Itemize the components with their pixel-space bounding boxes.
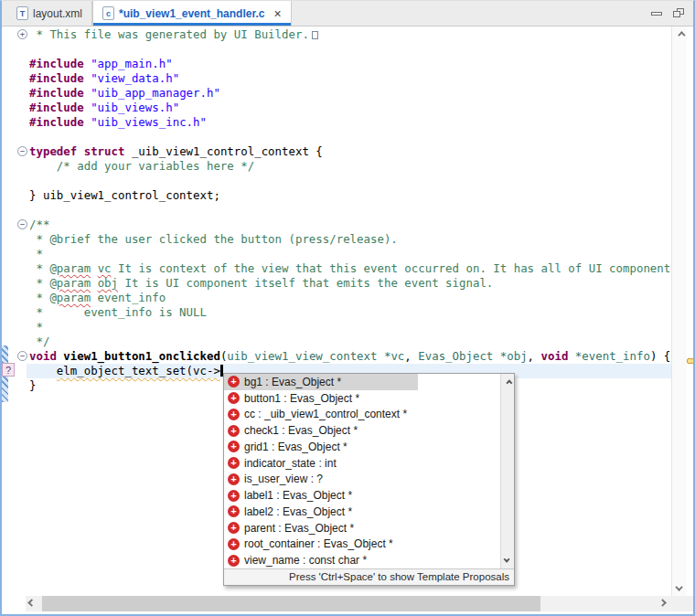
code-line[interactable]: * This file was generated by UI Builder. [29,27,671,42]
autocomplete-item[interactable]: +parent : Evas_Object * [224,520,514,536]
fold-collapse-icon[interactable]: − [17,219,27,229]
autocomplete-item[interactable]: +button1 : Evas_Object * [224,390,514,407]
code-line[interactable]: * [29,320,671,335]
code-line[interactable]: * @brief the user clicked the button (pr… [29,232,671,247]
code-line[interactable] [29,174,671,188]
scroll-left-button[interactable] [26,596,40,611]
scroll-up-button[interactable] [672,27,688,41]
autocomplete-item-label: bg1 : Evas_Object * [244,376,341,388]
autocomplete-item-label: button1 : Evas_Object * [244,392,359,405]
code-line[interactable]: typedef struct _uib_view1_control_contex… [29,144,671,159]
autocomplete-item[interactable]: +grid1 : Evas_Object * [224,439,514,455]
code-line[interactable]: #include "uib_views.h" [29,101,671,115]
chevron-right-icon [658,599,666,606]
autocomplete-hint: Press 'Ctrl+Space' to show Template Prop… [224,568,514,585]
code-line[interactable]: #include "uib_app_manager.h" [29,86,671,101]
tab-label: layout.xml [33,7,82,20]
popup-scroll-up-button[interactable] [501,375,514,388]
code-line[interactable]: #include "view_data.h" [29,71,671,86]
field-icon: + [228,505,240,517]
autocomplete-item-label: parent : Evas_Object * [244,522,354,535]
scrollbar-corner [671,596,693,611]
autocomplete-item[interactable]: +is_user_view : ? [224,472,514,488]
collapsed-region-icon[interactable] [312,31,318,39]
tab-layout-xml[interactable]: Tlayout.xml [7,1,92,26]
field-icon: + [228,392,240,404]
horizontal-scrollbar[interactable] [26,596,671,611]
autocomplete-item-label: grid1 : Evas_Object * [244,441,348,453]
fold-ruler: +−−− [16,27,29,614]
scroll-down-button[interactable] [672,581,688,596]
field-icon: + [228,457,240,469]
horizontal-scrollbar-thumb[interactable] [42,596,540,611]
autocomplete-item[interactable]: +indicator_state : int [224,455,514,472]
tab-strip: Tlayout.xmlc*uib_view1_event_handler.c× [7,1,292,26]
tab-close-icon[interactable]: × [273,7,281,20]
help-marker[interactable]: ? [2,363,15,377]
scroll-right-button[interactable] [657,596,671,611]
field-icon: + [228,522,240,534]
autocomplete-item[interactable]: +cc : _uib_view1_control_context * [224,407,514,423]
autocomplete-popup: +bg1 : Evas_Object *+button1 : Evas_Obje… [223,373,515,586]
autocomplete-item-label: check1 : Evas_Object * [244,424,358,437]
code-line[interactable]: */ [29,335,671,349]
code-line[interactable]: void view1_button1_onclicked(uib_view1_v… [29,349,671,364]
fold-expand-icon[interactable]: + [17,29,27,39]
code-line[interactable]: * [29,247,671,261]
code-line[interactable]: /** [29,218,671,232]
tab-bar: Tlayout.xmlc*uib_view1_event_handler.c× [2,1,693,27]
code-line[interactable]: /* add your variables here */ [29,159,671,174]
chevron-down-icon [503,557,509,563]
file-type-icon: c [102,6,114,20]
code-line[interactable]: * @param obj It is UI component itself t… [29,276,671,291]
tab--uib-view1-event-handler-c[interactable]: c*uib_view1_event_handler.c× [92,1,292,26]
warning-marker[interactable] [687,358,693,364]
field-icon: + [228,425,240,437]
field-icon: + [228,376,240,388]
autocomplete-item[interactable]: +label2 : Evas_Object * [224,504,514,520]
view-controls [651,1,693,26]
restore-icon[interactable] [673,8,684,18]
autocomplete-item[interactable]: +check1 : Evas_Object * [224,422,514,439]
code-line[interactable] [29,130,671,144]
autocomplete-item-label: label2 : Evas_Object * [244,505,352,518]
vertical-scrollbar[interactable] [671,27,687,596]
popup-scroll-down-button[interactable] [501,554,514,568]
field-icon: + [228,490,240,502]
fold-collapse-icon[interactable]: − [17,351,27,361]
autocomplete-item-label: label1 : Evas_Object * [244,489,352,502]
autocomplete-list: +bg1 : Evas_Object *+button1 : Evas_Obje… [224,374,514,568]
autocomplete-item[interactable]: +root_container : Evas_Object * [224,536,514,553]
field-icon: + [228,538,240,550]
autocomplete-item[interactable]: +bg1 : Evas_Object * [224,374,514,390]
autocomplete-item-label: is_user_view : ? [244,473,323,485]
file-type-icon: T [16,6,28,20]
code-line[interactable]: * event_info is NULL [29,305,671,320]
chevron-up-icon [678,31,685,38]
field-icon: + [228,409,240,420]
field-icon: + [228,555,240,567]
code-line[interactable]: } uib_view1_control_context; [29,188,671,203]
autocomplete-item-label: root_container : Evas_Object * [244,537,393,550]
tab-label: *uib_view1_event_handler.c [119,7,264,20]
fold-collapse-icon[interactable]: − [17,146,27,156]
chevron-up-icon [506,379,512,386]
code-line[interactable] [29,203,671,218]
code-editor[interactable]: * This file was generated by UI Builder.… [29,27,671,393]
autocomplete-item-label: indicator_state : int [244,457,337,470]
popup-scrollbar[interactable] [500,374,514,568]
chevron-left-icon [27,599,35,606]
code-line[interactable]: #include "app_main.h" [29,57,671,71]
editor-window: Tlayout.xmlc*uib_view1_event_handler.c× … [0,0,695,616]
autocomplete-item[interactable]: +label1 : Evas_Object * [224,487,514,504]
code-line[interactable]: * @param event_info [29,291,671,305]
code-line[interactable] [29,42,671,57]
code-line[interactable]: * @param vc It is context of the view th… [29,261,671,276]
autocomplete-item-label: cc : _uib_view1_control_context * [244,408,407,420]
field-icon: + [228,441,240,452]
code-line[interactable]: #include "uib_views_inc.h" [29,115,671,130]
autocomplete-item[interactable]: +view_name : const char * [224,552,514,568]
chevron-down-icon [675,583,682,590]
minimize-icon[interactable] [651,12,662,16]
field-icon: + [228,473,240,485]
